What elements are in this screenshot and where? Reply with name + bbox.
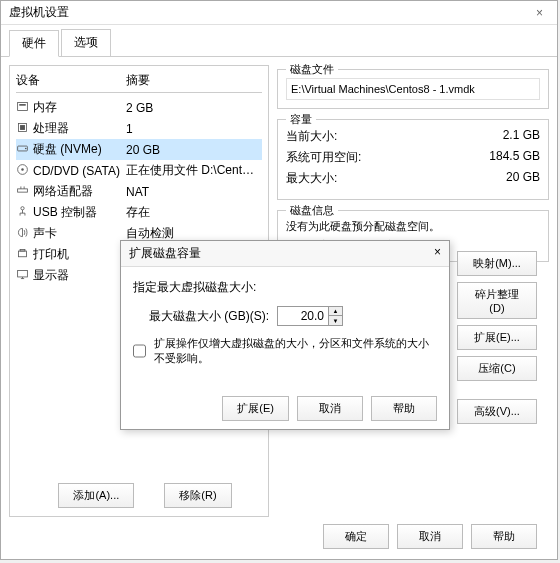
dialog-expand-button[interactable]: 扩展(E) [222,396,289,421]
close-icon[interactable]: × [434,245,441,262]
dialog-note: 扩展操作仅增大虚拟磁盘的大小，分区和文件系统的大小不受影响。 [154,336,437,366]
note-checkbox[interactable] [133,336,146,366]
size-label: 最大磁盘大小 (GB)(S): [149,308,269,325]
dialog-cancel-button[interactable]: 取消 [297,396,363,421]
size-input[interactable] [278,307,328,325]
dialog-line1: 指定最大虚拟磁盘大小: [133,279,437,296]
size-spinner[interactable]: ▲ ▼ [277,306,343,326]
dialog-body: 指定最大虚拟磁盘大小: 最大磁盘大小 (GB)(S): ▲ ▼ 扩展操作仅增大虚… [121,267,449,388]
dialog-help-button[interactable]: 帮助 [371,396,437,421]
modal-backdrop: 扩展磁盘容量 × 指定最大虚拟磁盘大小: 最大磁盘大小 (GB)(S): ▲ ▼… [0,0,560,563]
dialog-title: 扩展磁盘容量 [129,245,201,262]
dialog-titlebar: 扩展磁盘容量 × [121,241,449,267]
expand-disk-dialog: 扩展磁盘容量 × 指定最大虚拟磁盘大小: 最大磁盘大小 (GB)(S): ▲ ▼… [120,240,450,430]
spin-up-icon[interactable]: ▲ [328,307,342,316]
dialog-footer: 扩展(E) 取消 帮助 [121,388,449,429]
spin-down-icon[interactable]: ▼ [328,316,342,325]
